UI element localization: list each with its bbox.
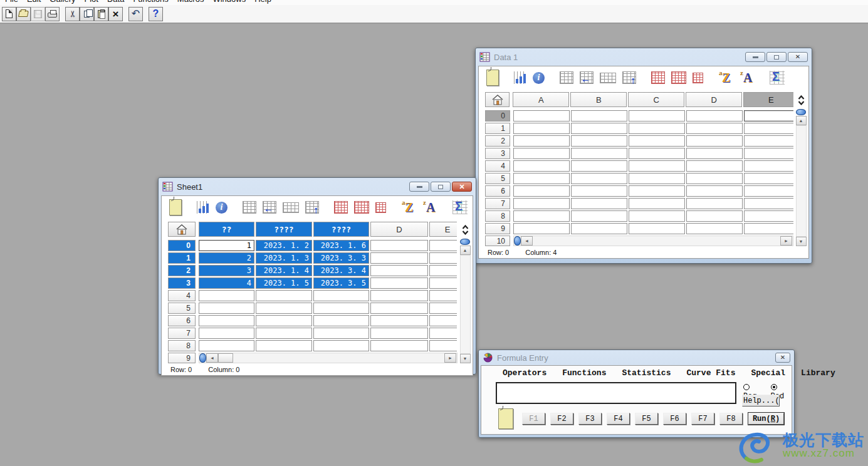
- statistics-button[interactable]: Σ: [770, 71, 785, 85]
- cell-r0c1[interactable]: [571, 110, 627, 122]
- menu-functions[interactable]: Functions: [133, 0, 168, 4]
- cell-r1c0[interactable]: 2: [199, 252, 254, 264]
- cell-r0c0[interactable]: 1: [199, 240, 254, 251]
- cell-r3c0[interactable]: 4: [199, 277, 254, 289]
- sheet1-titlebar[interactable]: Sheet1 ✕: [159, 178, 476, 195]
- formula-menu-library[interactable]: Library: [801, 368, 835, 378]
- formula-menu-functions[interactable]: Functions: [562, 368, 606, 378]
- row-header-9[interactable]: 9: [485, 223, 510, 234]
- scroll-left-button[interactable]: ◄: [521, 236, 533, 246]
- cell-r4c1[interactable]: [571, 160, 627, 172]
- cell-r2c4[interactable]: [744, 135, 793, 147]
- menu-plot[interactable]: Plot: [85, 0, 98, 4]
- cell-r6c2[interactable]: [629, 185, 685, 197]
- cell-r5c1[interactable]: [571, 173, 627, 184]
- cell-r4c1[interactable]: [256, 290, 312, 301]
- help-button[interactable]: Help...(H): [742, 395, 780, 406]
- deg-radio-circle[interactable]: [743, 384, 750, 390]
- formula-input[interactable]: [496, 382, 736, 404]
- cell-r6c4[interactable]: [429, 315, 457, 326]
- cell-r9c4[interactable]: [744, 223, 793, 234]
- cell-r2c1[interactable]: [571, 135, 627, 147]
- row-header-6[interactable]: 6: [485, 185, 510, 197]
- plot-data-button[interactable]: [197, 201, 209, 214]
- sort-descending-button[interactable]: zA: [740, 71, 755, 85]
- cell-r8c1[interactable]: [256, 340, 312, 351]
- cell-r6c3[interactable]: [370, 315, 428, 326]
- cell-r6c4[interactable]: [744, 185, 793, 197]
- formula-menu-special[interactable]: Special: [751, 368, 785, 378]
- split-chevrons[interactable]: [459, 222, 471, 238]
- insert-row-button[interactable]: [600, 73, 616, 83]
- unmask-cells-button[interactable]: [671, 71, 686, 84]
- help-button[interactable]: ?: [149, 7, 163, 21]
- vertical-scrollbar[interactable]: ▲▼: [795, 92, 807, 246]
- cell-r5c2[interactable]: [629, 173, 685, 184]
- menu-macros[interactable]: Macros: [177, 0, 204, 4]
- cell-r7c1[interactable]: [256, 328, 312, 339]
- cut-button[interactable]: ✂: [65, 7, 80, 21]
- row-header-9[interactable]: 9: [168, 353, 196, 363]
- unmask-cells-button[interactable]: [354, 201, 369, 214]
- insert-row-button[interactable]: [283, 202, 299, 213]
- cell-r6c0[interactable]: [513, 185, 570, 197]
- cell-r0c4[interactable]: [429, 240, 457, 251]
- exclude-cells-button[interactable]: [375, 202, 386, 213]
- sort-ascending-button[interactable]: aZ: [718, 71, 733, 85]
- close-button[interactable]: ✕: [775, 353, 790, 363]
- delete-column-button[interactable]: ←: [263, 201, 276, 214]
- sticky-note-icon[interactable]: [498, 408, 513, 429]
- row-header-7[interactable]: 7: [168, 328, 196, 339]
- cell-r9c3[interactable]: [686, 223, 743, 234]
- cell-r9c0[interactable]: [513, 223, 570, 234]
- cell-r1c4[interactable]: [429, 252, 457, 264]
- rad-radio-circle[interactable]: [771, 384, 777, 390]
- row-header-7[interactable]: 7: [485, 198, 510, 209]
- scroll-left-button[interactable]: ◄: [206, 353, 218, 363]
- column-header-B[interactable]: B: [570, 92, 627, 107]
- delete-row-button[interactable]: ↑: [622, 71, 636, 84]
- horizontal-scrollbar[interactable]: ◄►: [199, 353, 458, 363]
- cell-r7c0[interactable]: [199, 328, 254, 339]
- row-header-8[interactable]: 8: [485, 210, 510, 222]
- new-document-button[interactable]: [2, 7, 16, 21]
- cell-r2c4[interactable]: [429, 265, 457, 276]
- cell-r1c1[interactable]: [571, 123, 627, 134]
- cell-r5c0[interactable]: [513, 173, 570, 184]
- row-header-6[interactable]: 6: [168, 315, 196, 326]
- cell-r5c4[interactable]: [744, 173, 793, 184]
- function-key-f4[interactable]: F4: [607, 413, 630, 425]
- scrollbar-thumb[interactable]: [218, 353, 233, 363]
- column-header-A[interactable]: A: [513, 92, 569, 107]
- cell-r1c2[interactable]: 2023. 3. 3: [313, 252, 369, 264]
- function-key-f2[interactable]: F2: [550, 413, 573, 425]
- menu-gallery[interactable]: Gallery: [50, 0, 75, 4]
- cell-r4c2[interactable]: [629, 160, 685, 172]
- minimize-button[interactable]: [745, 52, 765, 62]
- row-header-0[interactable]: 0: [168, 240, 196, 251]
- function-key-f3[interactable]: F3: [578, 413, 602, 425]
- cell-r8c1[interactable]: [571, 210, 627, 222]
- row-header-8[interactable]: 8: [168, 340, 196, 351]
- paste-button[interactable]: [94, 7, 108, 21]
- cell-r7c4[interactable]: [744, 198, 793, 209]
- cell-r8c3[interactable]: [370, 340, 428, 351]
- menu-help[interactable]: Help: [254, 0, 271, 4]
- cell-r3c0[interactable]: [513, 148, 570, 159]
- cell-r1c3[interactable]: [370, 252, 428, 264]
- cell-r2c0[interactable]: 3: [199, 265, 254, 276]
- split-chevrons[interactable]: [795, 92, 807, 108]
- insert-column-button[interactable]: [243, 201, 256, 214]
- get-info-button[interactable]: i: [216, 202, 227, 214]
- row-header-5[interactable]: 5: [168, 303, 196, 314]
- cell-r6c2[interactable]: [313, 315, 369, 326]
- cell-r5c1[interactable]: [256, 303, 312, 314]
- open-file-button[interactable]: [16, 7, 31, 21]
- row-header-3[interactable]: 3: [485, 148, 510, 159]
- delete-row-button[interactable]: ↑: [305, 201, 319, 214]
- formula-titlebar[interactable]: Formula Entry ✕: [479, 350, 794, 365]
- row-header-5[interactable]: 5: [485, 173, 510, 184]
- function-key-f1[interactable]: F1: [522, 413, 545, 425]
- cell-r0c2[interactable]: [629, 110, 685, 122]
- data1-titlebar[interactable]: Data 1 ✕: [476, 48, 812, 66]
